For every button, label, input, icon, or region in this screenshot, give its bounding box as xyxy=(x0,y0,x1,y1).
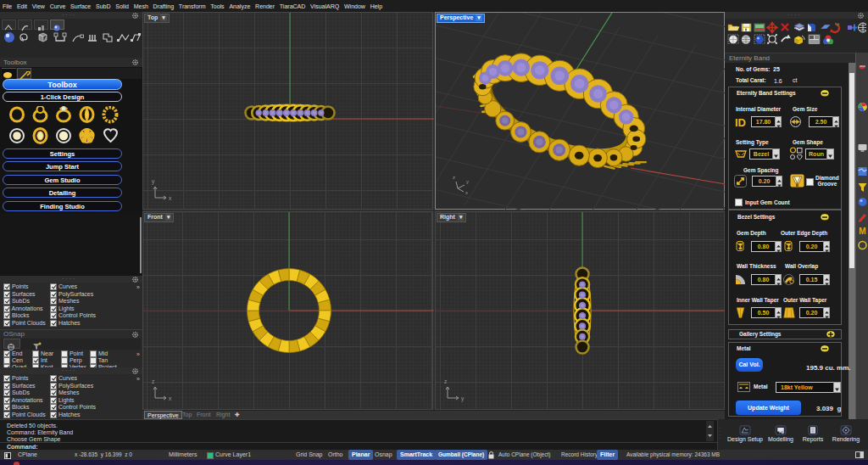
svg-text:ID: ID xyxy=(735,116,746,129)
svg-text:y: y xyxy=(152,178,155,185)
svg-text:y: y xyxy=(466,179,469,184)
svg-text:x: x xyxy=(169,395,172,401)
svg-text:z: z xyxy=(152,378,154,384)
svg-text:z: z xyxy=(444,378,447,384)
svg-text:y: y xyxy=(461,395,465,402)
svg-text:x: x xyxy=(465,190,468,195)
svg-text:z: z xyxy=(453,175,455,180)
svg-text:M: M xyxy=(859,227,865,236)
svg-text:x: x xyxy=(169,195,172,201)
